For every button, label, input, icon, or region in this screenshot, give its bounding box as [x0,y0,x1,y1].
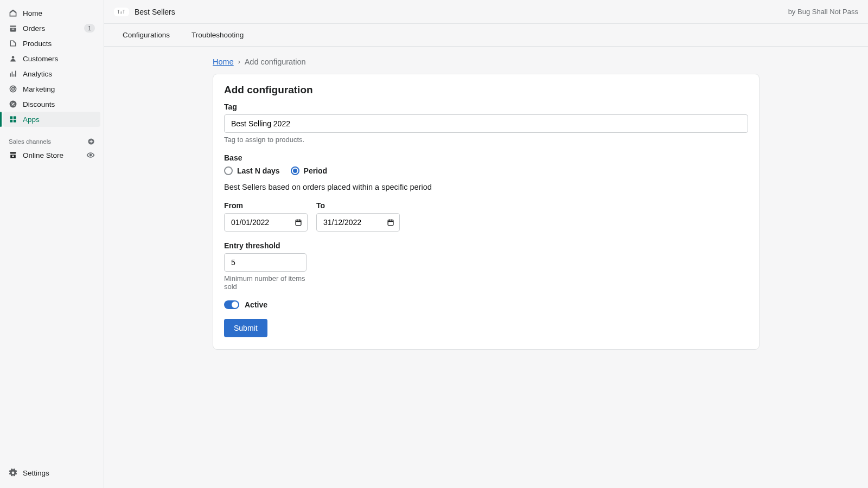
svg-point-3 [11,102,12,104]
svg-point-1 [12,88,15,91]
active-toggle[interactable] [224,300,239,309]
base-label: Base [224,153,748,162]
tab-configurations[interactable]: Configurations [115,25,177,44]
settings-label: Settings [23,469,49,477]
tag-help: Tag to assign to products. [224,136,748,144]
nav-primary: Home Orders 1 Products Customers [0,5,104,127]
svg-rect-5 [10,116,12,119]
sidebar-item-label: Products [23,40,52,48]
app-icon: T↓T [117,9,126,15]
sidebar-item-customers[interactable]: Customers [3,51,100,66]
radio-circle-icon [224,166,233,175]
discounts-icon [9,100,17,108]
sidebar-item-apps[interactable]: Apps [3,112,100,127]
sidebar-item-orders[interactable]: Orders 1 [3,21,100,36]
radio-circle-checked-icon [291,166,299,175]
tabbar: Configurations Troubleshooting [104,24,868,47]
customers-icon [9,54,17,63]
breadcrumb-home[interactable]: Home [213,57,234,66]
eye-icon[interactable] [86,151,95,159]
radio-label: Last N days [237,166,280,175]
sidebar-item-marketing[interactable]: Marketing [3,81,100,97]
svg-rect-7 [10,120,12,123]
online-store-label: Online Store [23,151,63,159]
app-author: by Bug Shall Not Pass [788,8,858,16]
svg-rect-8 [14,120,16,123]
sidebar-item-home[interactable]: Home [3,5,100,21]
chevron-right-icon: › [238,58,240,66]
to-date-input[interactable] [316,213,400,232]
sidebar-item-label: Apps [23,115,40,124]
sidebar-item-label: Analytics [23,70,52,78]
from-date-input[interactable] [224,213,308,232]
svg-point-10 [90,154,91,156]
sidebar-item-label: Orders [23,24,45,33]
apps-icon [9,115,17,124]
svg-point-4 [14,105,15,106]
tab-troubleshooting[interactable]: Troubleshooting [184,25,251,44]
sidebar-item-label: Discounts [23,100,55,108]
topbar: T↓T Best Sellers by Bug Shall Not Pass [104,0,868,24]
products-icon [9,39,17,48]
radio-last-n-days[interactable]: Last N days [224,166,280,175]
card-title: Add configuration [224,84,748,96]
analytics-icon [9,69,17,78]
active-label: Active [245,300,267,309]
sidebar-item-label: Marketing [23,85,55,93]
sidebar-item-online-store[interactable]: Online Store [3,147,100,163]
svg-rect-6 [14,116,16,119]
orders-icon [9,24,17,33]
store-icon [9,151,17,159]
sidebar-item-analytics[interactable]: Analytics [3,66,100,81]
sales-channels-label: Sales channels [9,138,51,145]
tag-label: Tag [224,102,748,111]
sidebar-item-label: Home [23,9,42,17]
sidebar-item-settings[interactable]: Settings [3,465,100,480]
orders-badge: 1 [84,24,95,33]
home-icon [9,9,17,17]
sidebar: Home Orders 1 Products Customers [0,0,104,488]
sidebar-item-products[interactable]: Products [3,36,100,51]
submit-button[interactable]: Submit [224,319,267,337]
svg-text:T↓T: T↓T [117,10,125,15]
base-description: Best Sellers based on orders placed with… [224,183,748,191]
config-card: Add configuration Tag Tag to assign to p… [213,74,760,350]
radio-period[interactable]: Period [291,166,328,175]
threshold-input[interactable] [224,253,307,272]
to-label: To [316,201,400,210]
breadcrumb-current: Add configuration [245,57,306,66]
threshold-help: Minimum number of items sold [224,274,305,291]
radio-label: Period [304,166,328,175]
sidebar-item-label: Customers [23,55,58,63]
gear-icon [9,468,17,477]
breadcrumb: Home › Add configuration [213,57,760,66]
marketing-icon [9,85,17,93]
app-title: Best Sellers [135,8,175,16]
app-logo-badge: T↓T [114,8,129,16]
sidebar-item-discounts[interactable]: Discounts [3,97,100,112]
sales-channels-header: Sales channels [0,132,104,147]
base-radio-group: Last N days Period [224,166,748,175]
from-label: From [224,201,308,210]
tag-input[interactable] [224,114,748,133]
threshold-label: Entry threshold [224,241,748,250]
main: T↓T Best Sellers by Bug Shall Not Pass C… [104,0,868,488]
plus-circle-icon[interactable] [87,138,95,145]
